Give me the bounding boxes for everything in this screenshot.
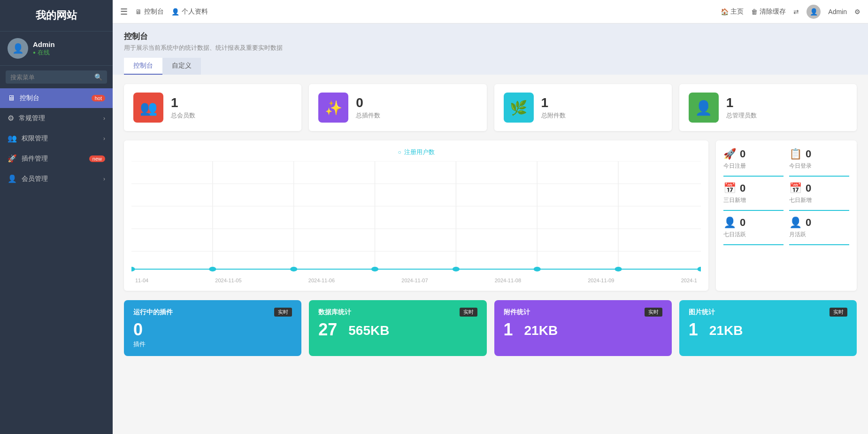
sidebar-item-permission[interactable]: 👥 权限管理 › <box>0 128 113 148</box>
card-sub: 21KB <box>524 323 558 338</box>
calendar-plus-icon: 📅 <box>789 182 802 194</box>
stat-info: 1 总附件数 <box>541 95 566 120</box>
card-sub: 565KB <box>348 323 389 338</box>
topbar-nav-profile[interactable]: 👤 个人资料 <box>171 8 208 16</box>
stat-top: 👤 0 <box>723 217 745 229</box>
main-area: ☰ 🖥 控制台 👤 个人资料 🏠 主页 🗑 清除缓存 ⇄ 👤 <box>113 0 868 434</box>
clear-cache-button[interactable]: 🗑 清除缓存 <box>751 8 786 16</box>
nav-badge-hot: hot <box>92 95 105 101</box>
stat-num: 1 <box>171 95 195 110</box>
card-header: 数据库统计 实时 <box>318 308 477 317</box>
card-num: 27 <box>318 321 337 338</box>
dashboard-icon: 🖥 <box>8 94 15 102</box>
home-link[interactable]: 🏠 主页 <box>721 8 744 16</box>
user-icon: 👤 <box>8 174 17 183</box>
sidebar-item-plugin[interactable]: 🚀 插件管理 new <box>0 148 113 169</box>
card-num: 1 <box>504 321 513 338</box>
members-icon: 👥 <box>133 93 163 123</box>
tab-dashboard[interactable]: 控制台 <box>124 58 162 75</box>
stat-label: 七日新增 <box>789 196 812 204</box>
hamburger-icon[interactable]: ☰ <box>120 7 128 17</box>
stat-top: 🚀 0 <box>723 148 745 160</box>
card-title: 附件统计 <box>504 308 530 317</box>
card-num-block: 27 <box>318 321 337 338</box>
topbar: ☰ 🖥 控制台 👤 个人资料 🏠 主页 🗑 清除缓存 ⇄ 👤 <box>113 0 868 23</box>
avatar: 👤 <box>807 5 821 19</box>
right-stat-3day: 📅 0 三日新增 <box>723 182 784 211</box>
search-input[interactable] <box>10 74 94 81</box>
page-tabs: 控制台 自定义 <box>124 58 857 75</box>
user-active-icon: 👤 <box>723 217 736 229</box>
page-title: 控制台 <box>124 31 857 42</box>
site-title: 我的网站 <box>0 0 113 31</box>
bottom-card-db: 数据库统计 实时 27 565KB <box>309 300 486 356</box>
stat-label: 总插件数 <box>356 111 380 120</box>
page-subtitle: 用于展示当前系统中的统计数据、统计报表及重要实时数据 <box>124 44 857 52</box>
right-stat-today-register: 🚀 0 今日注册 <box>723 148 784 177</box>
sidebar-item-general[interactable]: ⚙ 常规管理 › <box>0 108 113 128</box>
user-status: 在线 <box>33 48 55 57</box>
x-label: 2024-11-08 <box>495 278 521 283</box>
card-nums: 1 21KB <box>504 321 662 338</box>
users-icon: 👥 <box>8 134 17 143</box>
topbar-left: ☰ 🖥 控制台 👤 个人资料 <box>120 7 713 17</box>
stat-num: 0 <box>740 217 745 229</box>
topbar-nav-dashboard[interactable]: 🖥 控制台 <box>135 8 164 16</box>
sidebar-item-label: 权限管理 <box>22 134 103 143</box>
card-header: 图片统计 实时 <box>689 308 847 317</box>
stat-label: 总附件数 <box>541 111 566 120</box>
fullscreen-button[interactable]: ⇄ <box>793 8 799 16</box>
right-stat-month-active: 👤 0 月活跃 <box>789 217 849 245</box>
chevron-right-icon: › <box>103 135 105 142</box>
nav-badge-new: new <box>89 155 105 162</box>
card-header: 运行中的插件 实时 <box>133 308 292 317</box>
page-header: 控制台 用于展示当前系统中的统计数据、统计报表及重要实时数据 控制台 自定义 <box>113 23 868 75</box>
card-num-block: 0 插件 <box>133 321 146 349</box>
stat-top: 👤 0 <box>789 217 811 229</box>
bottom-cards: 运行中的插件 实时 0 插件 数据库统计 实时 <box>124 300 857 356</box>
card-sub-block: 21KB <box>524 323 558 338</box>
dashboard-icon: 🖥 <box>135 8 142 16</box>
calendar-icon: 📅 <box>723 182 736 194</box>
x-label: 2024-1 <box>681 278 697 283</box>
right-stat-7day-active: 👤 0 七日活跃 <box>723 217 784 245</box>
stat-top: 📅 0 <box>789 182 811 194</box>
chart-svg <box>131 161 701 274</box>
rocket-icon: 🚀 <box>8 154 17 163</box>
stat-num: 0 <box>806 182 811 194</box>
right-stat-7day: 📅 0 七日新增 <box>789 182 849 211</box>
search-icon[interactable]: 🔍 <box>94 73 102 81</box>
settings-icon[interactable]: ⚙ <box>854 8 860 16</box>
sidebar-item-label: 会员管理 <box>22 175 103 183</box>
stat-label: 三日新增 <box>723 196 746 204</box>
admin-label[interactable]: Admin <box>828 8 847 16</box>
stat-num: 0 <box>806 217 811 229</box>
clear-cache-label: 清除缓存 <box>760 8 786 16</box>
stat-num: 0 <box>740 182 745 194</box>
stat-info: 1 总会员数 <box>171 95 195 120</box>
right-stat-today-login: 📋 0 今日登录 <box>789 148 849 177</box>
stat-top: 📅 0 <box>723 182 745 194</box>
bottom-card-running-plugins: 运行中的插件 实时 0 插件 <box>124 300 301 356</box>
x-label: 2024-11-06 <box>308 278 335 283</box>
topbar-nav-label: 个人资料 <box>182 8 208 16</box>
stat-num: 1 <box>541 95 566 110</box>
user-icon: 👤 <box>171 8 179 16</box>
search-bar[interactable]: 🔍 <box>6 70 107 84</box>
topbar-nav-label: 控制台 <box>144 8 164 16</box>
x-label: 2024-11-07 <box>401 278 428 283</box>
sidebar-item-label: 插件管理 <box>22 155 89 163</box>
home-icon: 🏠 <box>721 8 729 16</box>
inner-content: 👥 1 总会员数 ✨ 0 总插件数 🌿 1 <box>113 75 868 365</box>
sidebar-item-member[interactable]: 👤 会员管理 › <box>0 169 113 189</box>
stat-label: 七日活跃 <box>723 231 746 239</box>
right-stats-grid: 🚀 0 今日注册 📋 0 今日登录 <box>723 148 849 245</box>
svg-point-16 <box>453 267 460 271</box>
tab-custom[interactable]: 自定义 <box>162 58 201 75</box>
stat-info: 0 总插件数 <box>356 95 380 120</box>
attachment-icon: 🌿 <box>504 93 534 123</box>
home-label: 主页 <box>730 8 744 16</box>
sidebar-item-dashboard[interactable]: 🖥 控制台 hot <box>0 88 113 108</box>
svg-point-15 <box>371 267 378 271</box>
sidebar-item-label: 常规管理 <box>19 114 103 123</box>
